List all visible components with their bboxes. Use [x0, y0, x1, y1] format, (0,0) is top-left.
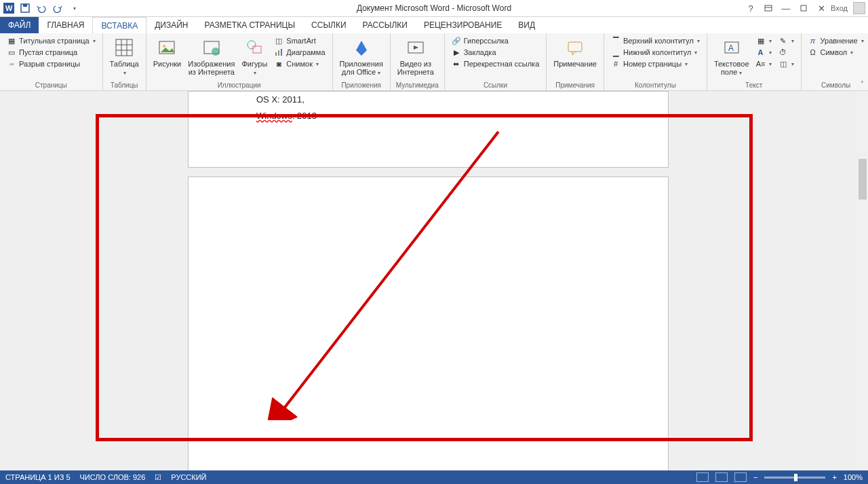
login-link[interactable]: Вход [831, 4, 848, 12]
wordart-button[interactable]: A▾ [755, 47, 773, 58]
blank-page-button[interactable]: ▭Пустая страница [5, 47, 97, 58]
cover-page-button[interactable]: ▦Титульная страница▾ [5, 35, 97, 46]
zoom-slider-handle[interactable] [794, 474, 797, 481]
svg-point-13 [163, 45, 165, 48]
group-comments: Примечание Примечания [547, 33, 604, 90]
group-media-label: Мультимедиа [396, 81, 439, 90]
quickparts-button[interactable]: ▦▾ [755, 35, 773, 46]
pictures-label: Рисунки [153, 60, 182, 68]
zoom-level[interactable]: 100% [844, 473, 863, 481]
tab-references[interactable]: ССЫЛКИ [303, 17, 354, 33]
pagenum-button[interactable]: #Номер страницы▾ [610, 58, 701, 69]
group-illustrations-label: Иллюстрации [152, 81, 327, 90]
object-button[interactable]: ◫▾ [777, 58, 795, 69]
group-pages-label: Страницы [5, 81, 97, 90]
blank-page-icon: ▭ [7, 48, 16, 57]
save-icon[interactable] [19, 2, 31, 14]
page-break-button[interactable]: ⎓Разрыв страницы [5, 58, 97, 69]
group-text-label: Текст [713, 81, 795, 90]
close-icon[interactable]: ✕ [813, 1, 829, 15]
crossref-button[interactable]: ⬌Перекрестная ссылка [450, 58, 541, 69]
footer-button[interactable]: ▁Нижний колонтитул▾ [610, 47, 701, 58]
chart-button[interactable]: Диаграмма [273, 47, 326, 58]
svg-rect-4 [765, 5, 772, 11]
tab-review[interactable]: РЕЦЕНЗИРОВАНИЕ [416, 17, 510, 33]
svg-rect-6 [801, 5, 806, 11]
textbox-button[interactable]: A Текстовое поле ▾ [713, 35, 751, 78]
apps-button[interactable]: Приложения для Office ▾ [338, 35, 384, 78]
online-pictures-label: Изображения из Интернета [188, 60, 235, 76]
pictures-icon [156, 37, 178, 58]
hyperlink-icon: 🔗 [452, 36, 461, 45]
group-tables: Таблица▾ Таблицы [103, 33, 146, 90]
bookmark-button[interactable]: ▶Закладка [450, 47, 541, 58]
equation-icon: π [808, 36, 818, 45]
pictures-button[interactable]: Рисунки [152, 35, 183, 69]
svg-rect-19 [278, 50, 279, 56]
bookmark-label: Закладка [464, 48, 496, 56]
tab-mailings[interactable]: РАССЫЛКИ [355, 17, 416, 33]
view-web-button[interactable] [734, 472, 747, 482]
tab-layout[interactable]: РАЗМЕТКА СТРАНИЦЫ [197, 17, 304, 33]
svg-rect-20 [281, 49, 282, 56]
screenshot-label: Снимок [286, 60, 313, 68]
group-headerfooter: ▔Верхний колонтитул▾ ▁Нижний колонтитул▾… [604, 33, 707, 90]
word-icon[interactable]: W [3, 2, 15, 14]
scrollbar-thumb[interactable] [859, 159, 867, 200]
tab-view[interactable]: ВИД [510, 17, 543, 33]
equation-button[interactable]: πУравнение▾ [807, 35, 865, 46]
zoom-in-button[interactable]: + [832, 473, 836, 481]
svg-rect-3 [23, 4, 27, 7]
redo-icon[interactable] [52, 2, 64, 14]
qat-customize-icon[interactable]: ▾ [68, 2, 80, 14]
textbox-label: Текстовое поле [714, 60, 749, 76]
ribbon-display-icon[interactable] [760, 1, 776, 15]
help-icon[interactable]: ? [743, 1, 759, 15]
symbol-label: Символ [821, 48, 848, 56]
pagenum-icon: # [611, 59, 620, 69]
svg-rect-17 [253, 46, 261, 53]
tab-home[interactable]: ГЛАВНАЯ [39, 17, 92, 33]
equation-label: Уравнение [821, 37, 858, 45]
maximize-icon[interactable] [795, 1, 812, 15]
object-icon: ◫ [778, 59, 788, 69]
status-wordcount[interactable]: ЧИСЛО СЛОВ: 926 [80, 473, 146, 481]
status-page[interactable]: СТРАНИЦА 1 ИЗ 5 [5, 473, 71, 481]
vertical-scrollbar[interactable] [857, 91, 868, 470]
online-video-button[interactable]: Видео из Интернета [396, 35, 435, 77]
tab-file[interactable]: ФАЙЛ [0, 17, 39, 33]
svg-text:W: W [5, 4, 13, 12]
table-button[interactable]: Таблица▾ [108, 35, 140, 78]
shapes-button[interactable]: Фигуры▾ [240, 35, 269, 78]
screenshot-button[interactable]: ◙Снимок▾ [273, 58, 326, 69]
online-pictures-button[interactable]: Изображения из Интернета [186, 35, 236, 77]
zoom-out-button[interactable]: − [753, 473, 757, 481]
svg-text:A: A [728, 43, 734, 53]
signature-button[interactable]: ✎▾ [777, 35, 795, 46]
video-icon [405, 37, 427, 58]
zoom-slider[interactable] [764, 477, 825, 479]
avatar[interactable] [853, 2, 865, 14]
online-pictures-icon [201, 37, 222, 58]
minimize-icon[interactable]: — [778, 1, 794, 15]
undo-icon[interactable] [35, 2, 47, 14]
symbol-button[interactable]: ΩСимвол▾ [807, 47, 865, 58]
dropcap-button[interactable]: A≡▾ [755, 58, 773, 69]
hyperlink-button[interactable]: 🔗Гиперссылка [450, 35, 541, 46]
datetime-button[interactable]: ⏱ [777, 47, 795, 58]
smartart-button[interactable]: ◫SmartArt [273, 35, 326, 46]
pagenum-label: Номер страницы [623, 60, 682, 68]
table-icon [113, 37, 135, 58]
status-language[interactable]: РУССКИЙ [171, 473, 206, 481]
status-proofing-icon[interactable]: ☑ [155, 473, 161, 482]
tab-design[interactable]: ДИЗАЙН [146, 17, 196, 33]
view-print-button[interactable] [715, 472, 728, 482]
document-area[interactable]: OS X: 2011, Windows: 2013 [0, 91, 857, 470]
collapse-ribbon-icon[interactable]: ˄ [861, 80, 864, 88]
cover-page-label: Титульная страница [19, 37, 90, 45]
header-button[interactable]: ▔Верхний колонтитул▾ [610, 35, 701, 46]
tab-insert[interactable]: ВСТАВКА [92, 17, 146, 33]
statusbar: СТРАНИЦА 1 ИЗ 5 ЧИСЛО СЛОВ: 926 ☑ РУССКИ… [0, 470, 868, 484]
comment-button[interactable]: Примечание [552, 35, 598, 69]
view-read-button[interactable] [696, 472, 709, 482]
